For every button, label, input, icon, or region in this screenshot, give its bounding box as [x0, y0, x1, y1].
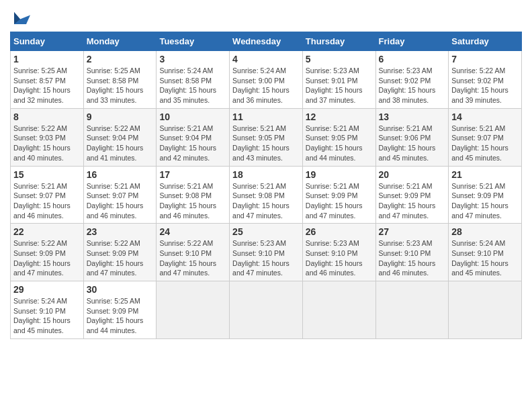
day-number: 22: [13, 226, 81, 237]
calendar-cell: 12 Sunrise: 5:21 AMSunset: 9:05 PMDaylig…: [302, 108, 375, 166]
calendar-cell: [449, 281, 522, 339]
calendar-cell: 26 Sunrise: 5:23 AMSunset: 9:10 PMDaylig…: [302, 224, 375, 281]
day-detail: Sunrise: 5:21 AMSunset: 9:08 PMDaylight:…: [232, 182, 290, 220]
calendar-body: 1 Sunrise: 5:25 AMSunset: 8:57 PMDayligh…: [11, 51, 522, 339]
day-detail: Sunrise: 5:21 AMSunset: 9:05 PMDaylight:…: [306, 124, 363, 162]
day-detail: Sunrise: 5:25 AMSunset: 8:58 PMDaylight:…: [87, 66, 144, 104]
calendar-cell: 13 Sunrise: 5:21 AMSunset: 9:06 PMDaylig…: [375, 108, 449, 166]
day-detail: Sunrise: 5:23 AMSunset: 9:01 PMDaylight:…: [306, 66, 363, 104]
calendar-cell: 15 Sunrise: 5:21 AMSunset: 9:07 PMDaylig…: [11, 166, 84, 224]
calendar-cell: 10 Sunrise: 5:21 AMSunset: 9:04 PMDaylig…: [157, 108, 230, 166]
day-number: 18: [232, 169, 300, 180]
calendar-cell: 22 Sunrise: 5:22 AMSunset: 9:09 PMDaylig…: [11, 224, 84, 281]
day-detail: Sunrise: 5:21 AMSunset: 9:06 PMDaylight:…: [379, 124, 436, 162]
calendar-header: SundayMondayTuesdayWednesdayThursdayFrid…: [11, 32, 522, 51]
day-number: 26: [306, 226, 373, 237]
day-detail: Sunrise: 5:23 AMSunset: 9:10 PMDaylight:…: [232, 239, 290, 277]
calendar-cell: 4 Sunrise: 5:24 AMSunset: 9:00 PMDayligh…: [230, 51, 303, 109]
day-detail: Sunrise: 5:21 AMSunset: 9:04 PMDaylight:…: [159, 124, 216, 162]
day-number: 13: [379, 111, 446, 122]
calendar-cell: 25 Sunrise: 5:23 AMSunset: 9:10 PMDaylig…: [230, 224, 303, 281]
day-number: 28: [451, 226, 519, 237]
header-cell-monday: Monday: [83, 32, 157, 51]
calendar-cell: 2 Sunrise: 5:25 AMSunset: 8:58 PMDayligh…: [83, 51, 157, 109]
day-number: 25: [232, 226, 300, 237]
calendar-cell: 7 Sunrise: 5:22 AMSunset: 9:02 PMDayligh…: [449, 51, 522, 109]
day-number: 27: [379, 226, 446, 237]
calendar-cell: 29 Sunrise: 5:24 AMSunset: 9:10 PMDaylig…: [11, 281, 84, 339]
day-number: 30: [87, 284, 154, 295]
calendar-row-3: 15 Sunrise: 5:21 AMSunset: 9:07 PMDaylig…: [11, 166, 522, 224]
day-number: 20: [379, 169, 446, 180]
calendar-cell: [230, 281, 303, 339]
day-number: 15: [13, 169, 81, 180]
day-number: 12: [306, 111, 373, 122]
calendar-row-5: 29 Sunrise: 5:24 AMSunset: 9:10 PMDaylig…: [11, 281, 522, 339]
day-number: 21: [451, 169, 519, 180]
day-detail: Sunrise: 5:24 AMSunset: 9:10 PMDaylight:…: [451, 239, 508, 277]
header-cell-saturday: Saturday: [449, 32, 522, 51]
header-cell-sunday: Sunday: [11, 32, 84, 51]
day-detail: Sunrise: 5:22 AMSunset: 9:04 PMDaylight:…: [87, 124, 144, 162]
calendar-cell: 9 Sunrise: 5:22 AMSunset: 9:04 PMDayligh…: [83, 108, 157, 166]
day-number: 4: [232, 54, 300, 64]
day-number: 16: [87, 169, 154, 180]
header-cell-friday: Friday: [375, 32, 449, 51]
day-number: 29: [13, 284, 81, 295]
calendar-cell: 30 Sunrise: 5:25 AMSunset: 9:09 PMDaylig…: [83, 281, 157, 339]
header-cell-wednesday: Wednesday: [230, 32, 303, 51]
day-detail: Sunrise: 5:22 AMSunset: 9:02 PMDaylight:…: [451, 66, 508, 104]
day-detail: Sunrise: 5:22 AMSunset: 9:10 PMDaylight:…: [159, 239, 216, 277]
calendar-cell: 28 Sunrise: 5:24 AMSunset: 9:10 PMDaylig…: [449, 224, 522, 281]
day-number: 5: [306, 54, 373, 64]
day-detail: Sunrise: 5:21 AMSunset: 9:09 PMDaylight:…: [451, 182, 508, 220]
calendar-cell: 18 Sunrise: 5:21 AMSunset: 9:08 PMDaylig…: [230, 166, 303, 224]
calendar-cell: 8 Sunrise: 5:22 AMSunset: 9:03 PMDayligh…: [11, 108, 84, 166]
calendar-cell: 6 Sunrise: 5:23 AMSunset: 9:02 PMDayligh…: [375, 51, 449, 109]
day-detail: Sunrise: 5:22 AMSunset: 9:03 PMDaylight:…: [13, 124, 71, 162]
calendar-row-2: 8 Sunrise: 5:22 AMSunset: 9:03 PMDayligh…: [11, 108, 522, 166]
calendar-cell: 3 Sunrise: 5:24 AMSunset: 8:58 PMDayligh…: [157, 51, 230, 109]
day-number: 3: [159, 54, 226, 64]
day-detail: Sunrise: 5:22 AMSunset: 9:09 PMDaylight:…: [13, 239, 71, 277]
day-detail: Sunrise: 5:21 AMSunset: 9:09 PMDaylight:…: [306, 182, 363, 220]
day-detail: Sunrise: 5:21 AMSunset: 9:07 PMDaylight:…: [87, 182, 144, 220]
day-detail: Sunrise: 5:23 AMSunset: 9:10 PMDaylight:…: [379, 239, 436, 277]
calendar-cell: 23 Sunrise: 5:22 AMSunset: 9:09 PMDaylig…: [83, 224, 157, 281]
day-detail: Sunrise: 5:23 AMSunset: 9:10 PMDaylight:…: [306, 239, 363, 277]
logo: [10, 10, 33, 26]
calendar-cell: 1 Sunrise: 5:25 AMSunset: 8:57 PMDayligh…: [11, 51, 84, 109]
header-cell-thursday: Thursday: [302, 32, 375, 51]
day-number: 7: [451, 54, 519, 64]
day-detail: Sunrise: 5:24 AMSunset: 9:00 PMDaylight:…: [232, 66, 290, 104]
day-number: 17: [159, 169, 226, 180]
day-number: 9: [87, 111, 154, 122]
day-number: 6: [379, 54, 446, 64]
calendar-cell: [157, 281, 230, 339]
calendar-cell: [302, 281, 375, 339]
day-detail: Sunrise: 5:22 AMSunset: 9:09 PMDaylight:…: [87, 239, 144, 277]
calendar-cell: 27 Sunrise: 5:23 AMSunset: 9:10 PMDaylig…: [375, 224, 449, 281]
calendar-table: SundayMondayTuesdayWednesdayThursdayFrid…: [10, 32, 522, 339]
calendar-cell: [375, 281, 449, 339]
header: [10, 10, 522, 26]
day-number: 19: [306, 169, 373, 180]
day-number: 10: [159, 111, 226, 122]
day-number: 2: [87, 54, 154, 64]
day-number: 24: [159, 226, 226, 237]
day-number: 1: [13, 54, 81, 64]
day-detail: Sunrise: 5:21 AMSunset: 9:07 PMDaylight:…: [13, 182, 71, 220]
calendar-cell: 5 Sunrise: 5:23 AMSunset: 9:01 PMDayligh…: [302, 51, 375, 109]
header-row: SundayMondayTuesdayWednesdayThursdayFrid…: [11, 32, 522, 51]
day-number: 11: [232, 111, 300, 122]
day-detail: Sunrise: 5:21 AMSunset: 9:05 PMDaylight:…: [232, 124, 290, 162]
calendar-cell: 17 Sunrise: 5:21 AMSunset: 9:08 PMDaylig…: [157, 166, 230, 224]
logo-icon: [10, 10, 30, 26]
calendar-cell: 19 Sunrise: 5:21 AMSunset: 9:09 PMDaylig…: [302, 166, 375, 224]
calendar-cell: 24 Sunrise: 5:22 AMSunset: 9:10 PMDaylig…: [157, 224, 230, 281]
day-detail: Sunrise: 5:23 AMSunset: 9:02 PMDaylight:…: [379, 66, 436, 104]
day-number: 23: [87, 226, 154, 237]
day-detail: Sunrise: 5:25 AMSunset: 8:57 PMDaylight:…: [13, 66, 71, 104]
day-detail: Sunrise: 5:24 AMSunset: 8:58 PMDaylight:…: [159, 66, 216, 104]
day-detail: Sunrise: 5:24 AMSunset: 9:10 PMDaylight:…: [13, 297, 71, 334]
